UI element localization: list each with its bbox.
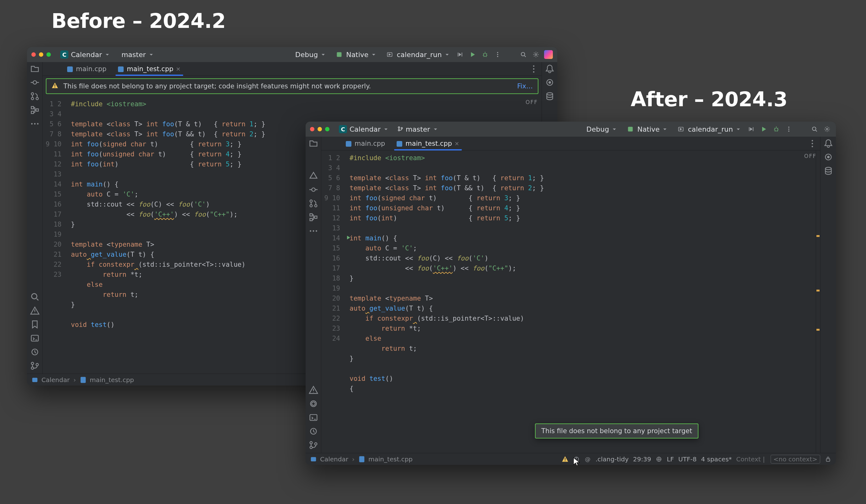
search-everywhere-icon[interactable] xyxy=(810,125,819,134)
run-button[interactable] xyxy=(759,125,768,134)
cmake-tool-icon[interactable] xyxy=(309,171,318,181)
svg-point-6 xyxy=(497,52,498,53)
breadcrumb-project: Calendar xyxy=(320,455,348,463)
tab-main-test[interactable]: main_test.cpp × xyxy=(391,137,465,150)
status-at-icon[interactable]: @ xyxy=(584,456,591,462)
inspection-off-chip[interactable]: OFF xyxy=(525,99,538,105)
database-tool-icon[interactable] xyxy=(545,92,554,101)
run-line-marker-icon[interactable] xyxy=(346,233,351,243)
pull-requests-icon[interactable] xyxy=(30,92,40,101)
commit-tool-icon[interactable] xyxy=(309,185,318,194)
close-tab-icon[interactable]: × xyxy=(176,66,181,72)
pull-requests-icon[interactable] xyxy=(309,199,318,208)
run-with-params-icon[interactable] xyxy=(747,125,756,134)
status-indent[interactable]: 4 spaces* xyxy=(701,455,732,463)
more-run-icon[interactable] xyxy=(785,125,793,134)
settings-icon[interactable] xyxy=(532,50,540,59)
project-tool-icon[interactable] xyxy=(30,64,40,73)
run-config-selector[interactable]: calendar_run xyxy=(673,124,743,135)
svg-point-53 xyxy=(314,205,317,207)
project-selector[interactable]: C Calendar xyxy=(57,49,112,60)
problems-tool-icon[interactable] xyxy=(30,306,40,315)
traffic-lights xyxy=(310,127,330,131)
project-selector[interactable]: C Calendar xyxy=(336,124,391,135)
svg-point-72 xyxy=(828,156,829,158)
problems-tool-icon[interactable] xyxy=(309,385,318,394)
svg-point-20 xyxy=(37,123,38,125)
structure-tool-icon[interactable] xyxy=(30,105,40,115)
svg-point-48 xyxy=(812,127,816,130)
close-tab-icon[interactable]: × xyxy=(455,140,459,147)
status-line-sep[interactable]: LF xyxy=(667,455,674,463)
code-area[interactable]: #include <iostream> template <class T> i… xyxy=(345,150,816,453)
toolchain-selector[interactable]: Native xyxy=(623,124,669,135)
svg-point-49 xyxy=(826,128,828,130)
debug-button[interactable] xyxy=(481,50,489,59)
database-tool-icon[interactable] xyxy=(824,166,833,175)
status-encoding[interactable]: UTF-8 xyxy=(678,455,697,463)
tab-list-icon[interactable] xyxy=(808,139,817,148)
find-tool-icon[interactable] xyxy=(30,292,40,301)
tab-main-test[interactable]: main_test.cpp × xyxy=(112,62,186,76)
svg-point-14 xyxy=(36,98,38,100)
commit-tool-icon[interactable] xyxy=(30,78,40,87)
status-caret-pos[interactable]: 29:39 xyxy=(633,455,651,463)
svg-rect-54 xyxy=(310,214,312,216)
close-window-icon[interactable] xyxy=(310,127,314,131)
more-tool-icon[interactable] xyxy=(309,226,318,236)
more-run-icon[interactable] xyxy=(493,50,502,59)
vcs-tool-icon[interactable] xyxy=(309,440,318,450)
notifications-tool-icon[interactable] xyxy=(824,139,833,148)
breadcrumb[interactable]: Calendar main_test.cpp xyxy=(31,376,134,383)
tab-main[interactable]: main.cpp xyxy=(340,137,391,150)
run-with-params-icon[interactable] xyxy=(456,50,464,59)
vcs-tool-icon[interactable] xyxy=(30,361,40,370)
breadcrumb[interactable]: Calendar main_test.cpp xyxy=(310,455,413,463)
notifications-tool-icon[interactable] xyxy=(545,64,554,73)
build-config-selector[interactable]: Debug xyxy=(583,124,619,135)
services-tool-icon[interactable] xyxy=(309,427,318,436)
editor-tabs: main.cpp main_test.cpp × xyxy=(43,62,542,76)
debug-button[interactable] xyxy=(772,125,781,134)
banner-fix-link[interactable]: Fix… xyxy=(517,82,533,90)
structure-tool-icon[interactable] xyxy=(309,213,318,222)
minimize-window-icon[interactable] xyxy=(318,127,322,131)
more-tool-icon[interactable] xyxy=(30,119,40,128)
project-tool-icon[interactable] xyxy=(309,139,318,148)
tab-main[interactable]: main.cpp xyxy=(62,62,112,76)
close-window-icon[interactable] xyxy=(31,52,36,57)
settings-icon[interactable] xyxy=(823,125,832,134)
status-warning-icon[interactable] xyxy=(562,456,568,462)
svg-point-35 xyxy=(549,81,551,83)
run-config-selector[interactable]: calendar_run xyxy=(382,49,452,60)
tab-list-icon[interactable] xyxy=(529,64,539,74)
meson-tool-icon[interactable] xyxy=(309,399,318,409)
status-clang-tidy[interactable]: .clang-tidy xyxy=(596,455,629,463)
svg-rect-16 xyxy=(31,111,34,114)
search-everywhere-icon[interactable] xyxy=(519,50,528,59)
ai-assistant-icon[interactable] xyxy=(545,78,554,87)
toolchain-selector[interactable]: Native xyxy=(332,49,378,60)
bookmarks-tool-icon[interactable] xyxy=(30,320,40,329)
inspection-off-chip[interactable]: OFF xyxy=(804,153,817,159)
editor-notification-banner: This file does not belong to any project… xyxy=(46,78,539,94)
code-editor[interactable]: 1 2 3 4 5 6 7 8 9 10 11 12 13 14 15 16 1… xyxy=(321,150,820,453)
status-context-value[interactable]: <no context> xyxy=(770,455,820,463)
code-with-me-icon[interactable] xyxy=(544,50,553,59)
error-stripe[interactable] xyxy=(816,150,820,453)
zoom-window-icon[interactable] xyxy=(325,127,330,131)
status-lock-icon[interactable] xyxy=(824,456,832,462)
status-progress-icon[interactable] xyxy=(573,456,580,462)
services-tool-icon[interactable] xyxy=(30,347,40,357)
vcs-branch-selector[interactable]: master xyxy=(116,49,156,60)
zoom-window-icon[interactable] xyxy=(46,52,51,57)
terminal-tool-icon[interactable] xyxy=(30,333,40,343)
build-config-selector[interactable]: Debug xyxy=(292,49,328,60)
vcs-branch-selector[interactable]: master xyxy=(395,124,440,135)
banner-message: This file does not belong to any project… xyxy=(63,82,512,90)
minimize-window-icon[interactable] xyxy=(39,52,43,57)
status-nav-icon[interactable] xyxy=(655,456,662,462)
run-button[interactable] xyxy=(468,50,477,59)
ai-assistant-icon[interactable] xyxy=(824,152,833,162)
terminal-tool-icon[interactable] xyxy=(309,413,318,422)
